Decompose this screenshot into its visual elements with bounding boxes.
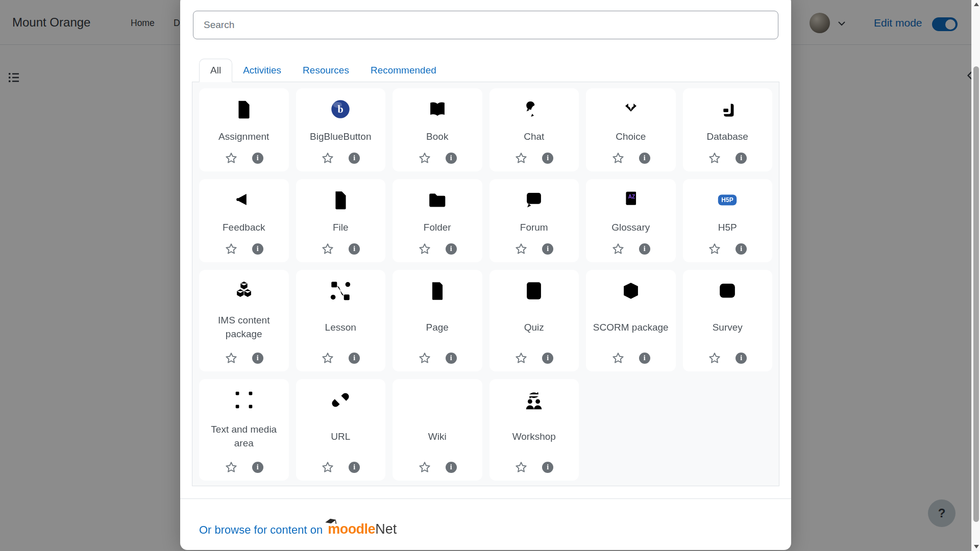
activity-card-scorm[interactable]: SCORM package i xyxy=(586,270,676,371)
info-icon[interactable]: i xyxy=(446,353,457,364)
module-label[interactable]: File xyxy=(333,212,349,242)
activity-card-workshop[interactable]: Workshop i xyxy=(489,379,579,481)
module-label[interactable]: SCORM package xyxy=(593,303,669,352)
module-label[interactable]: Chat xyxy=(524,121,544,152)
module-icon xyxy=(329,188,352,212)
moodlenet-browse-link[interactable]: Or browse for content on xyxy=(199,523,323,537)
activity-card-chat[interactable]: Chat i xyxy=(489,88,579,171)
module-label[interactable]: Feedback xyxy=(223,212,265,242)
info-icon[interactable]: i xyxy=(252,153,263,164)
info-icon[interactable]: i xyxy=(252,243,263,255)
activity-card-bigbluebutton[interactable]: BigBlueButton i xyxy=(296,88,386,171)
info-icon[interactable]: i xyxy=(349,462,360,473)
activity-card-feedback[interactable]: Feedback i xyxy=(199,179,289,262)
favourite-star-icon[interactable] xyxy=(708,152,721,165)
module-label[interactable]: Page xyxy=(426,303,449,352)
favourite-star-icon[interactable] xyxy=(514,461,528,474)
activity-card-lesson[interactable]: Lesson i xyxy=(296,270,386,371)
info-icon[interactable]: i xyxy=(446,153,457,164)
favourite-star-icon[interactable] xyxy=(321,242,334,256)
activity-card-folder[interactable]: Folder i xyxy=(393,179,482,262)
activity-card-choice[interactable]: Choice i xyxy=(586,88,676,171)
activity-card-database[interactable]: Database i xyxy=(683,88,773,171)
info-icon[interactable]: i xyxy=(736,243,747,255)
module-label[interactable]: Quiz xyxy=(524,303,544,352)
info-icon[interactable]: i xyxy=(252,353,263,364)
info-icon[interactable]: i xyxy=(542,462,553,473)
favourite-star-icon[interactable] xyxy=(225,461,238,474)
info-icon[interactable]: i xyxy=(639,353,650,364)
module-label[interactable]: Forum xyxy=(520,212,548,242)
favourite-star-icon[interactable] xyxy=(611,352,625,365)
activity-card-url[interactable]: URL i xyxy=(296,379,386,481)
search-input[interactable] xyxy=(193,11,778,39)
favourite-star-icon[interactable] xyxy=(321,461,334,474)
module-label[interactable]: IMS content package xyxy=(202,303,286,352)
info-icon[interactable]: i xyxy=(736,153,747,164)
favourite-star-icon[interactable] xyxy=(514,242,528,256)
activity-card-book[interactable]: Book i xyxy=(393,88,482,171)
activity-card-wiki[interactable]: Wiki i xyxy=(393,379,482,481)
info-icon[interactable]: i xyxy=(542,353,553,364)
activity-card-page[interactable]: Page i xyxy=(393,270,482,371)
activity-card-quiz[interactable]: Quiz i xyxy=(489,270,579,371)
module-label[interactable]: Choice xyxy=(616,121,646,152)
activity-card-file[interactable]: File i xyxy=(296,179,386,262)
module-label[interactable]: Glossary xyxy=(611,212,650,242)
favourite-star-icon[interactable] xyxy=(611,152,625,165)
module-label[interactable]: Text and media area xyxy=(202,412,286,461)
info-icon[interactable]: i xyxy=(542,153,553,164)
info-icon[interactable]: i xyxy=(446,462,457,473)
module-label[interactable]: Wiki xyxy=(428,412,447,461)
favourite-star-icon[interactable] xyxy=(225,152,238,165)
page-scrollbar[interactable] xyxy=(971,0,980,551)
tab-all[interactable]: All xyxy=(199,59,232,82)
favourite-star-icon[interactable] xyxy=(611,242,625,256)
module-label[interactable]: Folder xyxy=(424,212,451,242)
scrollbar-down-arrow-icon[interactable] xyxy=(974,545,979,548)
favourite-star-icon[interactable] xyxy=(708,242,721,256)
info-icon[interactable]: i xyxy=(252,462,263,473)
favourite-star-icon[interactable] xyxy=(514,352,528,365)
tab-recommended[interactable]: Recommended xyxy=(360,59,447,82)
module-label[interactable]: Lesson xyxy=(325,303,356,352)
info-icon[interactable]: i xyxy=(736,353,747,364)
module-label[interactable]: URL xyxy=(331,412,350,461)
module-label[interactable]: BigBlueButton xyxy=(310,121,371,152)
favourite-star-icon[interactable] xyxy=(418,152,431,165)
module-label[interactable]: Database xyxy=(707,121,748,152)
module-label[interactable]: Survey xyxy=(713,303,743,352)
module-label[interactable]: Book xyxy=(426,121,448,152)
module-label[interactable]: H5P xyxy=(718,212,737,242)
favourite-star-icon[interactable] xyxy=(514,152,528,165)
tab-resources[interactable]: Resources xyxy=(292,59,360,82)
scrollbar-thumb[interactable] xyxy=(973,66,979,522)
favourite-star-icon[interactable] xyxy=(225,352,238,365)
favourite-star-icon[interactable] xyxy=(418,461,431,474)
info-icon[interactable]: i xyxy=(349,243,360,255)
module-label[interactable]: Assignment xyxy=(218,121,269,152)
favourite-star-icon[interactable] xyxy=(321,352,334,365)
scrollbar-up-arrow-icon[interactable] xyxy=(974,3,979,6)
module-label[interactable]: Workshop xyxy=(512,412,556,461)
activity-card-h5p[interactable]: H5P i xyxy=(683,179,773,262)
info-icon[interactable]: i xyxy=(446,243,457,255)
favourite-star-icon[interactable] xyxy=(708,352,721,365)
activity-card-survey[interactable]: Survey i xyxy=(683,270,773,371)
activity-card-textmedia[interactable]: Text and media area i xyxy=(199,379,289,481)
activity-card-glossary[interactable]: Glossary i xyxy=(586,179,676,262)
favourite-star-icon[interactable] xyxy=(225,242,238,256)
info-icon[interactable]: i xyxy=(639,243,650,255)
moodlenet-logo[interactable]: moodleNet xyxy=(328,521,397,537)
info-icon[interactable]: i xyxy=(639,153,650,164)
favourite-star-icon[interactable] xyxy=(418,352,431,365)
info-icon[interactable]: i xyxy=(542,243,553,255)
activity-card-assignment[interactable]: Assignment i xyxy=(199,88,289,171)
info-icon[interactable]: i xyxy=(349,353,360,364)
favourite-star-icon[interactable] xyxy=(418,242,431,256)
info-icon[interactable]: i xyxy=(349,153,360,164)
favourite-star-icon[interactable] xyxy=(321,152,334,165)
activity-card-forum[interactable]: Forum i xyxy=(489,179,579,262)
activity-card-ims[interactable]: IMS content package i xyxy=(199,270,289,371)
tab-activities[interactable]: Activities xyxy=(232,59,292,82)
